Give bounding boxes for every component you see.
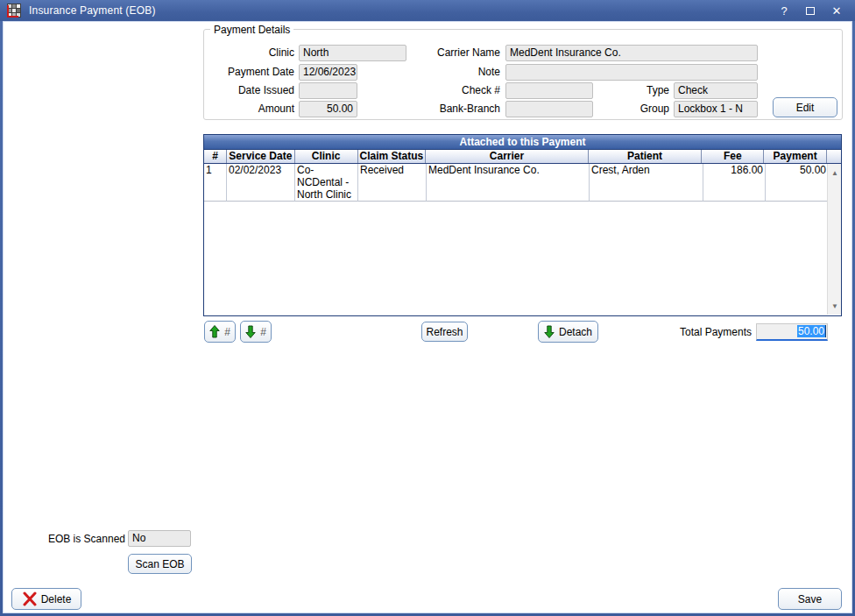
date-issued-label: Date Issued [207, 82, 294, 99]
move-up-button[interactable]: # [204, 321, 236, 343]
check-number-field [505, 82, 593, 99]
delete-button[interactable]: Delete [11, 588, 81, 610]
column-header-claim-status: Claim Status [358, 150, 427, 163]
cell-num: 1 [204, 164, 227, 202]
close-button[interactable]: ✕ [823, 0, 850, 21]
delete-label: Delete [41, 593, 72, 605]
maximize-icon [806, 7, 815, 15]
column-header-filler [827, 150, 841, 163]
save-button[interactable]: Save [778, 588, 842, 610]
grid-vertical-scrollbar[interactable]: ▲ ▼ [827, 164, 841, 315]
column-header-payment: Payment [764, 150, 827, 163]
grid-header-row: # Service Date Clinic Claim Status Carri… [204, 150, 841, 164]
bank-branch-field [505, 101, 593, 117]
app-grid-logo-icon [7, 4, 21, 18]
window-title: Insurance Payment (EOB) [29, 4, 156, 17]
attached-payments-grid: Attached to this Payment # Service Date … [203, 134, 842, 316]
green-up-arrow-icon [209, 325, 220, 338]
detach-label: Detach [559, 326, 592, 338]
edit-button[interactable]: Edit [773, 97, 837, 117]
column-header-service-date: Service Date [227, 150, 295, 163]
cell-fee: 186.00 [703, 164, 766, 202]
cell-payment: 50.00 [766, 164, 829, 202]
green-down-arrow-icon [245, 325, 256, 338]
carrier-name-label: Carrier Name [404, 45, 500, 61]
date-issued-field [299, 82, 357, 99]
clinic-label: Clinic [207, 45, 294, 61]
title-bar: Insurance Payment (EOB) ? ✕ [0, 0, 855, 21]
grid-title: Attached to this Payment [204, 135, 841, 150]
column-header-num: # [204, 150, 227, 163]
detach-button[interactable]: Detach [538, 321, 598, 343]
red-x-icon [22, 591, 37, 606]
eob-scanned-field: No [128, 530, 191, 547]
eob-scanned-label: EOB is Scanned [35, 531, 125, 548]
move-down-button[interactable]: # [240, 321, 272, 343]
payment-date-label: Payment Date [207, 64, 294, 81]
amount-field: 50.00 [299, 101, 357, 117]
insurance-payment-eob-window: Insurance Payment (EOB) ? ✕ Payment Deta… [0, 0, 855, 616]
note-label: Note [404, 64, 500, 81]
clinic-field: North [299, 45, 406, 61]
move-up-label: # [224, 326, 230, 338]
check-number-label: Check # [404, 82, 500, 99]
cell-clinic: Co-NCDental - North Clinic [295, 164, 358, 202]
amount-label: Amount [207, 101, 294, 117]
cell-patient: Crest, Arden [590, 164, 703, 202]
grid-body: 1 02/02/2023 Co-NCDental - North Clinic … [204, 164, 841, 315]
bank-branch-label: Bank-Branch [404, 101, 500, 117]
help-button[interactable]: ? [771, 0, 797, 21]
table-row[interactable]: 1 02/02/2023 Co-NCDental - North Clinic … [204, 164, 841, 202]
group-label: Group [617, 101, 669, 117]
type-label: Type [617, 82, 669, 99]
total-payments-label: Total Payments [664, 324, 752, 341]
scan-eob-button[interactable]: Scan EOB [128, 554, 192, 574]
cell-carrier: MedDent Insurance Co. [427, 164, 590, 202]
window-controls: ? ✕ [771, 0, 850, 21]
column-header-clinic: Clinic [295, 150, 358, 163]
cell-service-date: 02/02/2023 [227, 164, 295, 202]
payment-date-field: 12/06/2023 [299, 64, 357, 81]
column-header-patient: Patient [589, 150, 703, 163]
column-header-carrier: Carrier [426, 150, 588, 163]
carrier-name-field: MedDent Insurance Co. [505, 45, 758, 61]
column-header-fee: Fee [702, 150, 764, 163]
scroll-up-icon[interactable]: ▲ [828, 166, 841, 180]
detach-down-arrow-icon [544, 325, 555, 338]
scroll-down-icon[interactable]: ▼ [828, 299, 841, 313]
total-payments-selected-value: 50.00 [797, 325, 826, 337]
total-payments-input[interactable]: 50.00 [756, 323, 828, 341]
maximize-button[interactable] [797, 0, 823, 21]
cell-claim-status: Received [358, 164, 427, 202]
refresh-button[interactable]: Refresh [421, 322, 468, 342]
type-field: Check [674, 82, 758, 99]
group-field: Lockbox 1 - N [674, 101, 758, 117]
payment-details-label: Payment Details [210, 24, 293, 36]
note-field [505, 64, 758, 81]
move-down-label: # [260, 326, 266, 338]
